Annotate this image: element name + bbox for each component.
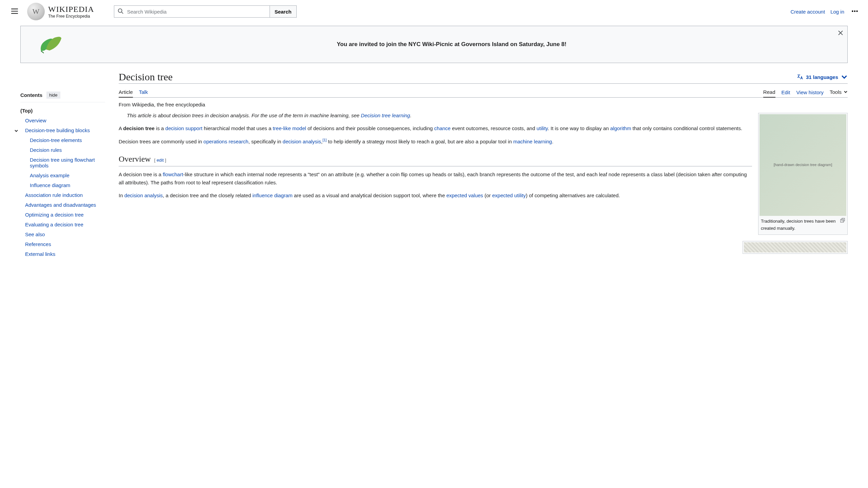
figure-image[interactable]: [hand-drawn decision tree diagram] [760,114,846,216]
search-icon [114,8,127,15]
enlarge-icon[interactable] [840,218,845,232]
leaf-icon [34,34,63,55]
svg-rect-5 [842,218,845,221]
svg-point-0 [118,8,122,12]
lead-paragraph-1: A decision tree is a decision support hi… [119,124,848,133]
page-tabs: Article Talk Read Edit View history Tool… [119,86,848,98]
toc-item[interactable]: Decision tree using flowchart symbols [20,155,105,170]
ellipsis-icon [851,7,859,15]
page-title: Decision tree [119,71,796,83]
language-icon [796,74,803,80]
language-count: 31 languages [806,74,838,80]
tab-edit[interactable]: Edit [782,87,790,97]
toc-item[interactable]: References [20,239,105,249]
chevron-down-icon [841,74,848,80]
toc-item[interactable]: See also [20,229,105,239]
section-overview-heading: Overview [ edit ] [119,152,752,166]
toc-collapse-icon[interactable] [14,128,18,134]
toc-item[interactable]: Overview [20,116,105,125]
overview-paragraph-2: In decision analysis, a decision tree an… [119,191,848,200]
search-input[interactable] [127,9,270,15]
overview-paragraph-1: A decision tree is a flowchart-like stru… [119,170,848,187]
link-expected-utility[interactable]: expected utility [492,192,526,198]
banner-close-button[interactable] [838,29,843,37]
tagline: The Free Encyclopedia [48,14,94,19]
login-link[interactable]: Log in [830,9,844,15]
wordmark: WIKIPEDIA [48,5,94,14]
link-decision-support[interactable]: decision support [165,125,202,131]
banner-text: You are invited to join the NYC Wiki-Pic… [70,41,834,48]
link-influence-diagram[interactable]: influence diagram [252,192,292,198]
toc-item[interactable]: Decision-tree building blocks [20,125,105,135]
link-algorithm[interactable]: algorithm [610,125,631,131]
toc-item[interactable]: Optimizing a decision tree [20,210,105,220]
tools-label: Tools [830,89,842,95]
language-selector[interactable]: 31 languages [796,74,848,80]
tab-talk[interactable]: Talk [139,86,148,97]
search-button[interactable]: Search [270,5,297,18]
logo[interactable]: WIKIPEDIA The Free Encyclopedia [27,3,94,20]
hamburger-icon [11,7,18,15]
lead-paragraph-2: Decision trees are commonly used in oper… [119,137,848,146]
search-form: Search [114,5,297,18]
second-figure-image[interactable] [744,242,846,252]
lead-figure: [hand-drawn decision tree diagram] Tradi… [758,113,848,235]
close-icon [838,30,843,36]
wikipedia-globe-icon [27,3,45,20]
create-account-link[interactable]: Create account [790,9,825,15]
figure-caption-text: Traditionally, decision trees have been … [761,218,838,232]
link-operations-research[interactable]: operations research [203,139,249,144]
more-menu-button[interactable] [850,6,860,17]
tab-article[interactable]: Article [119,86,133,98]
link-decision-analysis[interactable]: decision analysis [283,139,321,144]
toc-item[interactable]: External links [20,249,105,259]
link-machine-learning[interactable]: machine learning [513,139,552,144]
article: Decision tree 31 languages Article Talk … [119,71,848,259]
link-expected-values[interactable]: expected values [446,192,483,198]
hatnote-link[interactable]: Decision tree learning [361,113,410,118]
site-header: WIKIPEDIA The Free Encyclopedia Search C… [0,0,868,23]
link-tree-like-model[interactable]: tree-like model [273,125,306,131]
toc-item[interactable]: Evaluating a decision tree [20,220,105,229]
page-subtitle: From Wikipedia, the free encyclopedia [119,102,848,107]
main-menu-button[interactable] [8,5,21,19]
toc-hide-button[interactable]: hide [46,92,60,99]
edit-section-overview[interactable]: edit [157,158,164,163]
link-flowchart[interactable]: flowchart [163,171,183,177]
svg-point-3 [856,10,857,12]
contents-heading: Contents [20,92,42,98]
link-decision-analysis-2[interactable]: decision analysis [124,192,163,198]
svg-point-1 [852,10,853,12]
svg-point-2 [854,10,855,12]
toc-item[interactable]: Decision-tree elements [20,135,105,145]
tools-menu[interactable]: Tools [830,89,848,95]
hatnote: This article is about decision trees in … [119,111,848,120]
tab-view-history[interactable]: View history [796,87,824,97]
toc-item[interactable]: Influence diagram [20,180,105,190]
second-figure [743,241,848,254]
tab-read[interactable]: Read [763,86,775,98]
link-chance[interactable]: chance [434,125,451,131]
ref-1[interactable]: [1] [322,138,327,142]
toc-item[interactable]: (Top) [20,106,105,116]
chevron-down-icon [844,90,848,94]
toc-item[interactable]: Decision rules [20,145,105,155]
toc-item[interactable]: Advantages and disadvantages [20,200,105,210]
table-of-contents: Contents hide (Top)OverviewDecision-tree… [20,71,105,259]
link-utility[interactable]: utility [536,125,548,131]
toc-item[interactable]: Association rule induction [20,190,105,200]
site-notice-banner: You are invited to join the NYC Wiki-Pic… [20,26,848,63]
toc-item[interactable]: Analysis example [20,170,105,180]
